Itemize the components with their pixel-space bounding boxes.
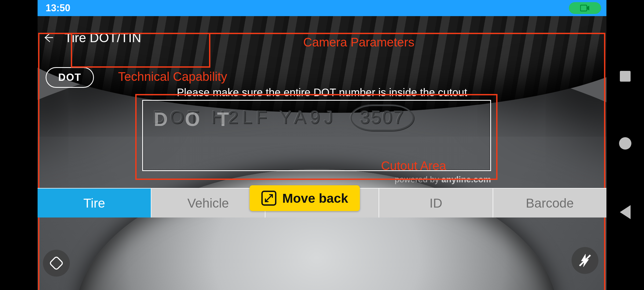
android-nav-rail — [606, 0, 644, 290]
powered-by: powered by anyline.com — [395, 175, 491, 184]
nav-home-button[interactable] — [619, 137, 631, 150]
svg-rect-1 — [50, 256, 63, 270]
status-bar: 13:50 — [38, 0, 606, 16]
camera-indicator-pill — [569, 2, 601, 14]
powered-by-brand: anyline.com — [441, 175, 491, 184]
rotate-icon — [49, 256, 64, 271]
video-camera-icon — [580, 4, 590, 12]
tab-id[interactable]: ID — [379, 189, 493, 218]
camera-view: DOT H2LF YA9J 3507 Tire DOT/TIN DOT Plea… — [38, 16, 606, 290]
move-back-button[interactable]: Move back — [250, 185, 360, 211]
cutout-hint-overlay: D O T — [154, 108, 235, 130]
flash-toggle-button[interactable] — [572, 247, 598, 274]
screen-title: Tire DOT/TIN — [64, 30, 141, 45]
flash-off-icon — [577, 253, 592, 268]
tab-tire[interactable]: Tire — [38, 189, 151, 218]
scan-instruction: Please make sure the entire DOT number i… — [38, 86, 606, 99]
powered-by-prefix: powered by — [395, 175, 441, 184]
move-back-label: Move back — [282, 191, 348, 206]
rotate-button[interactable] — [43, 250, 70, 277]
tab-vehicle[interactable]: Vehicle — [151, 189, 265, 218]
arrow-left-icon — [42, 32, 54, 44]
svg-rect-0 — [580, 5, 587, 11]
scan-cutout: D O T — [142, 100, 491, 171]
expand-arrows-icon — [261, 191, 276, 206]
tab-barcode[interactable]: Barcode — [493, 189, 606, 218]
status-time: 13:50 — [46, 2, 70, 14]
back-button[interactable] — [40, 30, 56, 46]
nav-overview-button[interactable] — [620, 71, 631, 82]
nav-back-button[interactable] — [620, 205, 631, 219]
capability-chip-dot[interactable]: DOT — [46, 67, 94, 88]
